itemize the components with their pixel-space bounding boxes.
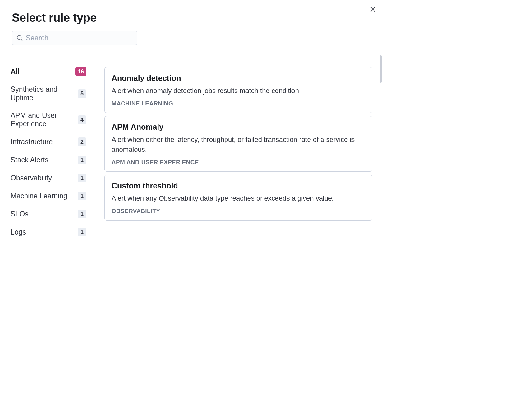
rule-type-list-inner: Anomaly detection Alert when anomaly det… xyxy=(104,67,374,221)
sidebar-item-stack-alerts[interactable]: Stack Alerts 1 xyxy=(11,156,94,164)
sidebar-item-label: All xyxy=(11,67,20,76)
count-badge: 1 xyxy=(78,228,86,236)
rule-card-description: Alert when any Observability data type r… xyxy=(112,193,365,203)
rule-card-title: Anomaly detection xyxy=(112,74,365,83)
count-badge: 1 xyxy=(78,174,86,182)
sidebar-item-synthetics-uptime[interactable]: Synthetics and Uptime 5 xyxy=(11,85,94,102)
sidebar-item-label: Stack Alerts xyxy=(11,156,48,164)
close-icon xyxy=(370,7,376,12)
select-rule-type-modal: Select rule type All 16 Synthetics and U… xyxy=(0,0,383,301)
scrollbar-thumb[interactable] xyxy=(380,55,382,83)
count-badge: 5 xyxy=(78,89,86,98)
rule-card-tag: OBSERVABILITY xyxy=(112,208,365,215)
modal-header: Select rule type xyxy=(0,0,383,25)
modal-title: Select rule type xyxy=(12,11,371,25)
count-badge: 4 xyxy=(78,115,86,124)
sidebar-item-infrastructure[interactable]: Infrastructure 2 xyxy=(11,137,94,146)
sidebar-item-slos[interactable]: SLOs 1 xyxy=(11,210,94,218)
rule-card-custom-threshold[interactable]: Custom threshold Alert when any Observab… xyxy=(104,175,372,221)
category-sidebar: All 16 Synthetics and Uptime 5 APM and U… xyxy=(0,67,94,301)
count-badge: 2 xyxy=(78,137,86,146)
sidebar-item-label: SLOs xyxy=(11,210,29,218)
sidebar-item-label: Logs xyxy=(11,228,26,236)
rule-card-apm-anomaly[interactable]: APM Anomaly Alert when either the latenc… xyxy=(104,116,372,172)
modal-body: All 16 Synthetics and Uptime 5 APM and U… xyxy=(0,52,383,301)
search-box[interactable] xyxy=(12,31,137,45)
rule-card-anomaly-detection[interactable]: Anomaly detection Alert when anomaly det… xyxy=(104,67,372,113)
rule-card-description: Alert when anomaly detection jobs result… xyxy=(112,86,365,96)
rule-card-tag: MACHINE LEARNING xyxy=(112,100,365,107)
count-badge: 16 xyxy=(75,67,86,76)
rule-card-title: Custom threshold xyxy=(112,181,365,190)
rule-card-title: APM Anomaly xyxy=(112,123,365,132)
sidebar-item-all[interactable]: All 16 xyxy=(11,67,94,76)
count-badge: 1 xyxy=(78,156,86,164)
sidebar-item-machine-learning[interactable]: Machine Learning 1 xyxy=(11,192,94,200)
sidebar-item-apm-ux[interactable]: APM and User Experience 4 xyxy=(11,111,94,128)
sidebar-item-label: Synthetics and Uptime xyxy=(11,85,78,102)
rule-card-tag: APM AND USER EXPERIENCE xyxy=(112,159,365,166)
sidebar-item-observability[interactable]: Observability 1 xyxy=(11,174,94,182)
close-button[interactable] xyxy=(368,4,378,14)
sidebar-item-label: Observability xyxy=(11,174,52,182)
search-row xyxy=(0,25,383,52)
search-input[interactable] xyxy=(26,34,133,42)
svg-line-3 xyxy=(21,39,22,41)
sidebar-item-label: Infrastructure xyxy=(11,138,53,146)
sidebar-item-logs[interactable]: Logs 1 xyxy=(11,228,94,236)
sidebar-item-label: Machine Learning xyxy=(11,192,67,200)
sidebar-item-label: APM and User Experience xyxy=(11,111,78,128)
rule-card-description: Alert when either the latency, throughpu… xyxy=(112,135,365,155)
search-icon xyxy=(16,35,23,41)
svg-point-2 xyxy=(17,35,21,39)
count-badge: 1 xyxy=(78,192,86,200)
count-badge: 1 xyxy=(78,210,86,218)
rule-type-list[interactable]: Anomaly detection Alert when anomaly det… xyxy=(94,67,383,301)
